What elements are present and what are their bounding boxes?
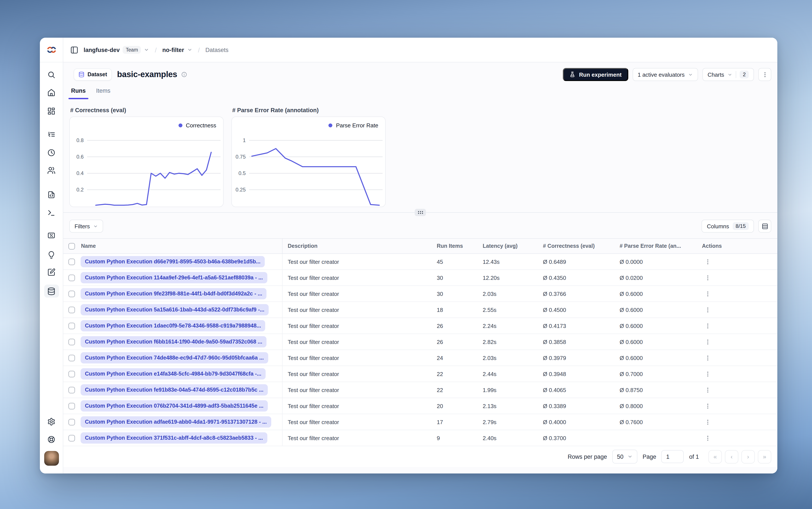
row-checkbox[interactable] [68,274,75,281]
run-name-link[interactable]: Custom Python Execution 9fe23f98-881e-44… [80,288,267,299]
run-name-link[interactable]: Custom Python Execution 74de488e-ec9d-47… [80,352,268,364]
table-row[interactable]: Custom Python Execution f6bb1614-1f90-40… [63,334,777,350]
support-lifebuoy-icon[interactable] [46,434,57,445]
run-name-link[interactable]: Custom Python Execution adfae619-abb0-4d… [80,416,271,428]
table-row[interactable]: Custom Python Execution fe91b83e-04a5-47… [63,382,777,398]
header-description[interactable]: Description [282,243,437,249]
row-checkbox[interactable] [68,259,75,265]
tracing-tree-icon[interactable] [46,129,57,140]
row-checkbox[interactable] [68,339,75,345]
row-actions-kebab[interactable] [702,400,713,411]
langfuse-logo[interactable] [40,38,63,62]
table-row[interactable]: Custom Python Execution 114aa9ef-29e6-4e… [63,270,777,286]
breadcrumb-page[interactable]: Datasets [205,46,229,53]
run-name-link[interactable]: Custom Python Execution 371f531c-abff-4d… [80,432,267,444]
filters-button[interactable]: Filters [69,219,103,233]
chevron-down-icon[interactable] [144,47,149,53]
charts-dropdown[interactable]: Charts 2 [702,68,754,81]
run-correctness-avg: Ø 0.3858 [543,339,620,345]
row-checkbox[interactable] [68,323,75,329]
row-height-button[interactable] [758,219,771,233]
scores-percent-icon[interactable] [46,230,57,241]
row-actions-kebab[interactable] [702,256,713,267]
search-icon[interactable] [46,69,57,80]
breadcrumb-separator: / [155,46,157,54]
table-row[interactable]: Custom Python Execution adfae619-abb0-4d… [63,414,777,430]
run-name-link[interactable]: Custom Python Execution 114aa9ef-29e6-4e… [80,272,267,283]
first-page-button[interactable]: « [708,450,722,463]
breadcrumb-project[interactable]: langfuse-dev [83,46,120,53]
row-checkbox[interactable] [68,306,75,313]
header-run-items[interactable]: Run Items [437,243,483,249]
table-row[interactable]: Custom Python Execution 9fe23f98-881e-44… [63,286,777,302]
tab-runs[interactable]: Runs [71,88,86,99]
row-checkbox[interactable] [68,291,75,297]
row-checkbox[interactable] [68,403,75,409]
header-parse-error-rate[interactable]: # Parse Error Rate (an... [620,243,702,249]
table-row[interactable]: Custom Python Execution 5a15a616-1bab-44… [63,302,777,318]
row-actions-kebab[interactable] [702,416,713,428]
row-checkbox-cell [63,419,80,425]
run-name-link[interactable]: Custom Python Execution 1daec0f9-5e78-43… [80,320,265,331]
breadcrumb-environment[interactable]: no-filter [162,46,184,53]
row-checkbox[interactable] [68,386,75,393]
row-actions-kebab[interactable] [702,352,713,364]
run-latency: 2.79s [483,419,543,425]
user-avatar[interactable] [44,451,59,466]
info-icon[interactable] [181,71,187,77]
tab-items[interactable]: Items [96,88,110,99]
table-row[interactable]: Custom Python Execution 74de488e-ec9d-47… [63,350,777,366]
table-row[interactable]: Custom Python Execution 1daec0f9-5e78-43… [63,318,777,334]
insights-lightbulb-icon[interactable] [46,249,57,260]
columns-button[interactable]: Columns 8/15 [702,219,754,233]
row-actions-kebab[interactable] [702,304,713,315]
rows-per-page-select[interactable]: 50 [612,450,637,464]
more-options-kebab-button[interactable] [758,68,771,81]
run-name-link[interactable]: Custom Python Execution f6bb1614-1f90-40… [80,336,267,347]
playground-terminal-icon[interactable] [46,207,57,218]
settings-gear-icon[interactable] [46,416,57,427]
dashboard-icon[interactable] [46,105,57,116]
row-checkbox[interactable] [68,371,75,377]
row-actions-kebab[interactable] [702,288,713,299]
sessions-clock-icon[interactable] [46,147,57,158]
row-actions-kebab[interactable] [702,368,713,379]
evaluators-dropdown[interactable]: 1 active evaluators [633,68,698,81]
row-actions-kebab[interactable] [702,384,713,396]
next-page-button[interactable]: › [741,450,755,463]
table-row[interactable]: Custom Python Execution 076b2704-341d-48… [63,398,777,414]
drag-handle[interactable] [415,209,426,216]
run-name-link[interactable]: Custom Python Execution 5a15a616-1bab-44… [80,304,269,315]
run-name-link[interactable]: Custom Python Execution e14fa348-5cfc-49… [80,368,266,379]
row-actions-kebab[interactable] [702,432,713,444]
table-row[interactable]: Custom Python Execution 371f531c-abff-4d… [63,430,777,446]
datasets-database-icon[interactable] [44,284,59,298]
annotation-queues-icon[interactable] [46,266,57,278]
header-correctness[interactable]: # Correctness (eval) [543,243,620,249]
table-row[interactable]: Custom Python Execution d66e7991-8595-45… [63,254,777,270]
run-name-link[interactable]: Custom Python Execution 076b2704-341d-48… [80,400,268,411]
table-row[interactable]: Custom Python Execution e14fa348-5cfc-49… [63,366,777,382]
header-name[interactable]: Name [80,239,282,253]
svg-text:0.2: 0.2 [76,187,83,193]
home-icon[interactable] [46,87,57,98]
row-actions-kebab[interactable] [702,320,713,331]
svg-text:0.6: 0.6 [76,154,83,160]
run-name-link[interactable]: Custom Python Execution fe91b83e-04a5-47… [80,384,268,396]
page-number-input[interactable] [662,450,684,463]
row-checkbox[interactable] [68,419,75,425]
row-checkbox[interactable] [68,435,75,441]
run-experiment-button[interactable]: Run experiment [563,68,628,81]
panel-left-toggle-icon[interactable] [70,46,78,54]
users-icon[interactable] [46,165,57,176]
last-page-button[interactable]: » [758,450,771,463]
chevron-down-icon[interactable] [187,47,192,53]
row-actions-kebab[interactable] [702,272,713,283]
prompts-file-icon[interactable] [46,189,57,200]
previous-page-button[interactable]: ‹ [725,450,738,463]
run-name-link[interactable]: Custom Python Execution d66e7991-8595-45… [80,256,265,267]
row-checkbox[interactable] [68,354,75,361]
select-all-checkbox[interactable] [68,243,75,249]
row-actions-kebab[interactable] [702,336,713,347]
header-latency[interactable]: Latency (avg) [483,243,543,249]
